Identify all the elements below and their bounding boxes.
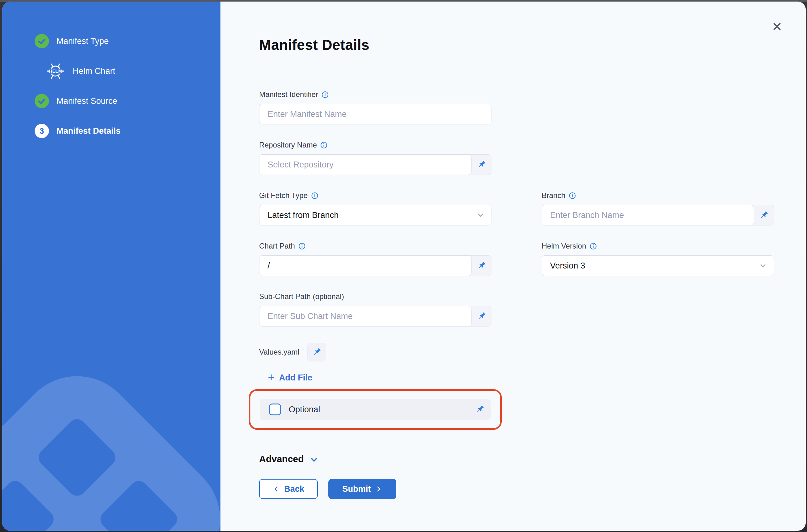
values-file-optional-field: Optional xyxy=(260,399,491,420)
repository-name-label: Repository Name xyxy=(259,141,317,149)
harness-logo-watermark xyxy=(2,363,220,531)
git-fetch-type-select[interactable]: Latest from Branch xyxy=(259,205,492,226)
repository-pin-button[interactable] xyxy=(471,155,491,175)
chevron-down-icon xyxy=(476,211,485,220)
helm-version-value: Version 3 xyxy=(550,261,585,271)
annotation-highlight-box: Optional xyxy=(249,389,502,430)
sidebar-step-manifest-source[interactable]: Manifest Source xyxy=(35,94,220,108)
field-group-manifest-identifier: Manifest Identifier xyxy=(259,90,492,125)
git-fetch-type-label: Git Fetch Type xyxy=(259,191,308,200)
chevron-down-icon xyxy=(309,455,319,464)
optional-checkbox[interactable] xyxy=(269,403,281,415)
field-group-git-fetch-type: Git Fetch Type Latest from Branch xyxy=(259,191,492,226)
field-group-branch: Branch xyxy=(542,191,774,226)
field-group-helm-version: Helm Version Version 3 xyxy=(542,242,774,276)
advanced-label: Advanced xyxy=(259,454,304,464)
manifest-details-form: Manifest Identifier xyxy=(259,90,806,499)
sub-chart-path-input[interactable] xyxy=(259,306,472,326)
field-group-chart-path: Chart Path xyxy=(259,242,492,276)
back-button[interactable]: Back xyxy=(259,479,318,499)
chart-path-label: Chart Path xyxy=(259,242,295,250)
step-number-badge: 3 xyxy=(35,124,49,138)
sub-chart-path-label: Sub-Chart Path (optional) xyxy=(259,292,344,301)
step-label: Manifest Type xyxy=(56,37,109,46)
manifest-details-panel: Manifest Details Manifest Identifier xyxy=(220,2,806,531)
add-file-label: Add File xyxy=(279,373,312,383)
screen-backdrop: Manifest Type xyxy=(0,0,807,532)
info-icon[interactable] xyxy=(590,243,597,250)
sidebar-step-manifest-details[interactable]: 3 Manifest Details xyxy=(35,124,220,138)
submit-button[interactable]: Submit xyxy=(328,479,396,499)
manifest-identifier-label: Manifest Identifier xyxy=(259,90,318,99)
info-icon[interactable] xyxy=(311,192,319,199)
wizard-footer-buttons: Back Submit xyxy=(259,479,806,499)
branch-label: Branch xyxy=(542,191,565,200)
chart-path-pin-button[interactable] xyxy=(471,256,491,276)
values-yaml-pin-button[interactable] xyxy=(307,343,326,361)
repository-name-input[interactable] xyxy=(259,154,472,175)
helm-version-label: Helm Version xyxy=(542,242,586,250)
plus-icon: + xyxy=(268,372,274,383)
chevron-right-icon xyxy=(375,485,382,493)
info-icon[interactable] xyxy=(322,91,329,98)
manifest-identifier-input[interactable] xyxy=(260,104,491,124)
field-group-repository-name: Repository Name xyxy=(259,141,492,175)
optional-checkbox-label: Optional xyxy=(289,405,320,414)
step-label: Helm Chart xyxy=(73,66,115,76)
helm-icon: HELM xyxy=(46,62,64,80)
info-icon[interactable] xyxy=(320,141,327,149)
wizard-sidebar: Manifest Type xyxy=(2,2,220,531)
chart-path-input[interactable] xyxy=(259,255,472,276)
step-complete-icon xyxy=(35,34,49,48)
step-complete-icon xyxy=(35,94,49,108)
manifest-wizard-modal: Manifest Type xyxy=(2,2,806,531)
info-icon[interactable] xyxy=(569,192,576,199)
optional-pin-button[interactable] xyxy=(468,399,491,420)
info-icon[interactable] xyxy=(299,243,306,250)
chevron-down-icon xyxy=(759,261,767,270)
helm-version-select[interactable]: Version 3 xyxy=(542,255,774,276)
branch-input[interactable] xyxy=(542,205,754,226)
svg-text:HELM: HELM xyxy=(49,69,62,74)
sidebar-step-manifest-type[interactable]: Manifest Type xyxy=(35,34,220,48)
step-label: Manifest Details xyxy=(56,126,121,136)
step-label: Manifest Source xyxy=(56,96,117,106)
page-title: Manifest Details xyxy=(259,37,806,53)
git-fetch-type-value: Latest from Branch xyxy=(268,210,339,220)
values-yaml-row: Values.yaml xyxy=(259,343,806,361)
sub-chart-path-pin-button[interactable] xyxy=(471,306,491,326)
advanced-toggle[interactable]: Advanced xyxy=(259,453,319,464)
branch-pin-button[interactable] xyxy=(754,205,774,225)
field-group-sub-chart-path: Sub-Chart Path (optional) xyxy=(259,292,492,326)
add-file-button[interactable]: + Add File xyxy=(268,373,312,383)
wizard-steps: Manifest Type xyxy=(2,2,220,138)
close-icon[interactable] xyxy=(770,20,784,33)
chevron-left-icon xyxy=(272,485,280,493)
values-yaml-label: Values.yaml xyxy=(259,348,299,357)
sidebar-step-helm-chart[interactable]: HELM Helm Chart xyxy=(35,64,220,78)
